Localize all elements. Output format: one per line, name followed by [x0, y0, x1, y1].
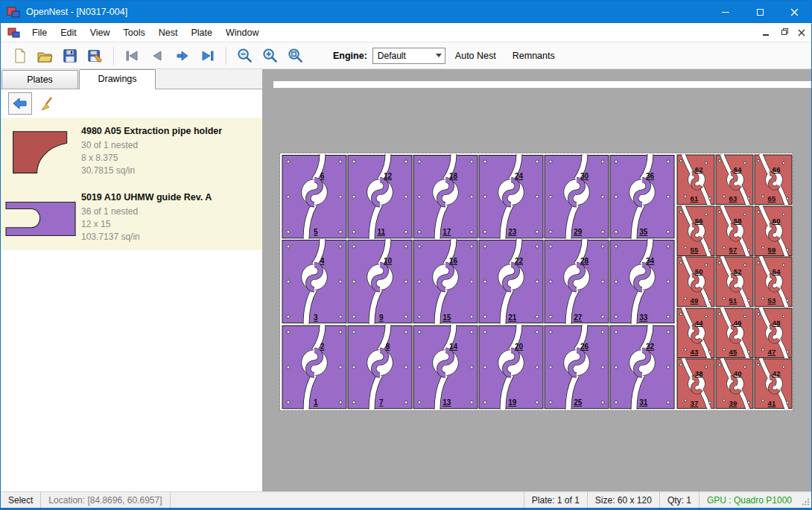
part-number: 44 — [695, 319, 703, 327]
menu-edit[interactable]: Edit — [54, 25, 83, 41]
part-number: 48 — [773, 319, 781, 327]
part-number: 1 — [314, 398, 318, 407]
menu-file[interactable]: File — [25, 25, 54, 41]
nested-part-pair-red[interactable]: 64 63 — [715, 154, 754, 205]
menu-tools[interactable]: Tools — [117, 25, 152, 41]
statusbar-location: Location: [84.8696, 60.6957] — [41, 492, 170, 508]
part-number: 60 — [773, 217, 781, 225]
resize-grip[interactable] — [799, 492, 811, 508]
previous-icon — [150, 50, 165, 62]
mdi-minimize-icon — [763, 34, 769, 36]
purple-parts-grid: 6 5 12 11 18 17 24 23 — [282, 154, 675, 409]
nested-part-pair-purple[interactable]: 12 11 — [347, 154, 413, 239]
next-plate-button[interactable] — [170, 45, 195, 66]
mdi-restore-button[interactable] — [775, 25, 792, 40]
mdi-restore-icon — [781, 30, 787, 35]
menu-plate[interactable]: Plate — [184, 25, 219, 41]
nested-part-pair-red[interactable]: 54 53 — [754, 256, 793, 307]
nested-part-pair-red[interactable]: 56 55 — [676, 205, 715, 257]
list-item[interactable]: 4980 A05 Extraction pipe holder 30 of 1 … — [1, 118, 262, 184]
menu-bar: File Edit View Tools Nest Plate Window — [1, 23, 811, 42]
part-number: 17 — [443, 228, 451, 236]
maximize-button[interactable] — [743, 1, 777, 23]
zoom-out-icon — [236, 47, 253, 64]
part-number: 36 — [646, 172, 654, 180]
first-plate-button[interactable] — [119, 45, 145, 66]
nested-part-pair-purple[interactable]: 34 33 — [609, 239, 675, 324]
nested-part-pair-red[interactable]: 62 61 — [676, 154, 715, 205]
last-plate-button[interactable] — [195, 45, 221, 66]
mdi-close-button[interactable] — [793, 25, 810, 40]
part-number: 61 — [691, 194, 699, 203]
nested-part-pair-red[interactable]: 66 65 — [754, 154, 793, 205]
purple-part-icon — [4, 198, 78, 240]
part-number: 57 — [729, 246, 738, 254]
tab-drawings[interactable]: Drawings — [79, 69, 156, 89]
engine-label: Engine: — [333, 51, 367, 61]
nested-part-pair-purple[interactable]: 30 29 — [544, 154, 609, 239]
nested-part-pair-purple[interactable]: 8 7 — [347, 325, 413, 409]
part-number: 37 — [691, 399, 699, 407]
nested-part-pair-red[interactable]: 38 37 — [676, 358, 715, 409]
nested-part-pair-purple[interactable]: 6 5 — [282, 154, 347, 239]
nested-part-pair-purple[interactable]: 16 15 — [413, 239, 478, 324]
mdi-minimize-button[interactable] — [758, 25, 774, 40]
nested-part-pair-red[interactable]: 60 59 — [754, 205, 793, 257]
drawings-list: 4980 A05 Extraction pipe holder 30 of 1 … — [1, 118, 262, 250]
nested-part-pair-purple[interactable]: 22 21 — [478, 239, 544, 324]
part-number: 58 — [734, 217, 742, 225]
nested-part-pair-purple[interactable]: 26 25 — [544, 325, 609, 409]
tab-plates[interactable]: Plates — [1, 70, 78, 89]
nested-part-pair-red[interactable]: 44 43 — [676, 307, 715, 359]
nested-part-pair-purple[interactable]: 28 27 — [544, 239, 609, 324]
clear-button[interactable] — [37, 92, 60, 115]
nested-part-pair-red[interactable]: 42 41 — [754, 358, 793, 409]
nested-part-pair-purple[interactable]: 24 23 — [478, 154, 544, 239]
zoom-out-button[interactable] — [232, 45, 257, 66]
nested-part-pair-red[interactable]: 58 57 — [715, 205, 754, 257]
nested-part-pair-purple[interactable]: 18 17 — [413, 154, 478, 239]
nested-part-pair-red[interactable]: 46 45 — [715, 307, 754, 359]
menu-nest[interactable]: Nest — [152, 25, 185, 41]
zoom-in-button[interactable] — [257, 45, 282, 66]
menu-view[interactable]: View — [83, 25, 117, 41]
drawing-nested-count: 36 of 1 nested — [81, 205, 212, 218]
part-number: 32 — [646, 342, 654, 351]
nested-part-pair-purple[interactable]: 10 9 — [347, 239, 413, 324]
nested-part-pair-red[interactable]: 40 39 — [715, 358, 754, 409]
send-back-button[interactable] — [8, 92, 32, 115]
save-button[interactable] — [57, 45, 83, 66]
save-as-button[interactable] — [83, 45, 108, 66]
list-item[interactable]: 5019 A10 UHMW guide Rev. A 36 of 1 neste… — [1, 184, 262, 250]
remnants-button[interactable]: Remnants — [506, 47, 562, 65]
minimize-button[interactable] — [708, 1, 743, 23]
nested-part-pair-red[interactable]: 50 49 — [676, 256, 715, 307]
zoom-fit-button[interactable] — [282, 45, 308, 66]
previous-plate-button[interactable] — [145, 45, 170, 66]
part-number: 23 — [508, 228, 516, 236]
engine-select[interactable]: Default — [372, 48, 445, 64]
nested-part-pair-purple[interactable]: 2 1 — [282, 325, 347, 409]
open-button[interactable] — [32, 45, 57, 66]
nested-part-pair-purple[interactable]: 36 35 — [609, 154, 675, 239]
plate[interactable]: 6 5 12 11 18 17 24 23 — [280, 153, 793, 410]
nested-part-pair-purple[interactable]: 20 19 — [478, 325, 544, 409]
nested-part-pair-purple[interactable]: 4 3 — [282, 239, 347, 324]
menu-window[interactable]: Window — [219, 25, 265, 41]
new-button[interactable] — [7, 45, 32, 66]
nested-part-pair-red[interactable]: 52 51 — [715, 256, 754, 307]
nested-part-pair-red[interactable]: 48 47 — [754, 307, 793, 359]
part-number: 3 — [314, 313, 318, 322]
auto-nest-button[interactable]: Auto Nest — [448, 47, 503, 65]
maximize-icon — [757, 9, 764, 16]
close-button[interactable] — [777, 1, 811, 23]
nested-part-pair-purple[interactable]: 32 31 — [609, 325, 675, 409]
zoom-fit-icon — [287, 47, 304, 64]
nested-part-pair-purple[interactable]: 14 13 — [413, 325, 478, 409]
part-number: 55 — [691, 246, 699, 254]
drawing-nested-count: 30 of 1 nested — [81, 139, 222, 152]
nest-canvas[interactable]: 6 5 12 11 18 17 24 23 — [263, 69, 811, 491]
part-number: 49 — [691, 296, 699, 305]
chevron-down-icon[interactable] — [433, 48, 445, 63]
part-number: 12 — [384, 172, 392, 180]
